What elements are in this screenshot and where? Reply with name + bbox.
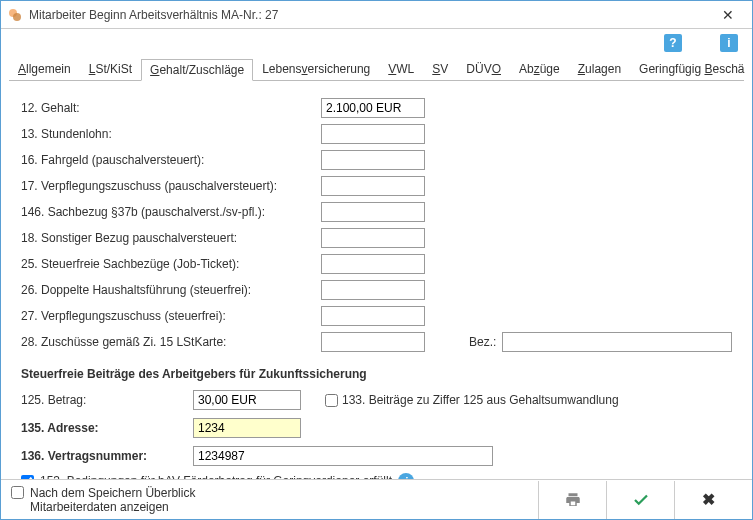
label-bez: Bez.: [469,335,496,349]
input-haushalt[interactable] [321,280,425,300]
input-verpflegung-pauschal[interactable] [321,176,425,196]
help-row: ? i [1,29,752,57]
input-jobticket[interactable] [321,254,425,274]
ok-button[interactable] [606,481,674,519]
tab-sv[interactable]: SV [423,58,457,79]
tab-allgemein[interactable]: Allgemein [9,58,80,79]
label-sonstiger-bezug: 18. Sonstiger Bezug pauschalversteuert: [21,231,321,245]
input-sonstiger-bezug[interactable] [321,228,425,248]
tab-zulagen[interactable]: Zulagen [569,58,630,79]
label-save-overview: Nach dem Speichern Überblick Mitarbeiter… [30,486,250,514]
tab-geringfuegig[interactable]: Geringfügig Beschä [630,58,753,79]
titlebar: Mitarbeiter Beginn Arbeitsverhältnis MA-… [1,1,752,29]
input-stundenlohn[interactable] [321,124,425,144]
tab-content: 12. Gehalt: 13. Stundenlohn: 16. Fahrgel… [1,81,752,497]
cancel-button[interactable]: ✖ [674,481,742,519]
tabstrip: Allgemein LSt/KiSt Gehalt/Zuschläge Lebe… [9,57,744,81]
info-icon[interactable]: i [720,34,738,52]
app-icon [7,7,23,23]
input-gehalt[interactable] [321,98,425,118]
label-vertragsnummer: 136. Vertragsnummer: [21,449,193,463]
label-verpflegung-pauschal: 17. Verpflegungszuschuss (pauschalverste… [21,179,321,193]
checkbox-save-overview[interactable] [11,486,24,499]
label-adresse: 135. Adresse: [21,421,193,435]
tab-abzuege[interactable]: Abzüge [510,58,569,79]
checkbox-133[interactable] [325,394,338,407]
label-133: 133. Beiträge zu Ziffer 125 aus Gehaltsu… [342,393,619,407]
label-stundenlohn: 13. Stundenlohn: [21,127,321,141]
footer: Nach dem Speichern Überblick Mitarbeiter… [1,479,752,519]
label-verpflegung-steuerfrei: 27. Verpflegungszuschuss (steuerfrei): [21,309,321,323]
print-button[interactable] [538,481,606,519]
input-bez[interactable] [502,332,732,352]
close-icon: ✖ [702,490,715,509]
check-icon [632,491,650,509]
label-haushalt: 26. Doppelte Haushaltsführung (steuerfre… [21,283,321,297]
label-betrag: 125. Betrag: [21,393,193,407]
input-zuschuesse-15[interactable] [321,332,425,352]
tab-gehalt[interactable]: Gehalt/Zuschläge [141,59,253,81]
close-button[interactable]: ✕ [710,3,746,27]
help-icon[interactable]: ? [664,34,682,52]
tab-lstkit[interactable]: LSt/KiSt [80,58,141,79]
label-jobticket: 25. Steuerfreie Sachbezüge (Job-Ticket): [21,257,321,271]
label-sachbezug-37b: 146. Sachbezug §37b (pauschalverst./sv-p… [21,205,321,219]
svg-point-1 [13,13,21,21]
printer-icon [564,491,582,509]
window-title: Mitarbeiter Beginn Arbeitsverhältnis MA-… [29,8,710,22]
input-adresse[interactable] [193,418,301,438]
label-fahrgeld: 16. Fahrgeld (pauschalversteuert): [21,153,321,167]
tab-lebensversicherung[interactable]: Lebensversicherung [253,58,379,79]
label-gehalt: 12. Gehalt: [21,101,321,115]
label-zuschuesse-15: 28. Zuschüsse gemäß Zi. 15 LStKarte: [21,335,321,349]
section-header: Steuerfreie Beiträge des Arbeitgebers fü… [21,367,732,381]
input-fahrgeld[interactable] [321,150,425,170]
input-verpflegung-steuerfrei[interactable] [321,306,425,326]
tab-duevo[interactable]: DÜVO [457,58,510,79]
input-vertragsnummer[interactable] [193,446,493,466]
input-sachbezug-37b[interactable] [321,202,425,222]
input-betrag[interactable] [193,390,301,410]
tab-vwl[interactable]: VWL [379,58,423,79]
